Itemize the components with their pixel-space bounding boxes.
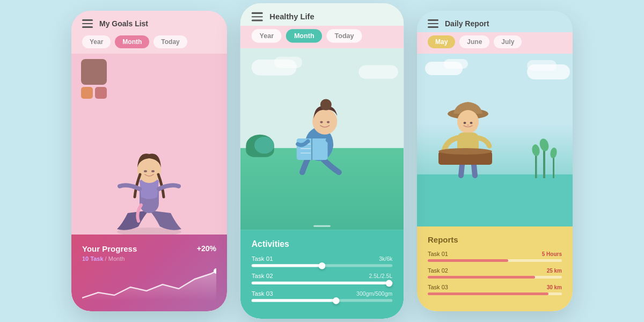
phone3-tabs: May June July — [417, 32, 573, 54]
svg-point-25 — [470, 122, 473, 124]
menu-icon-p2[interactable] — [252, 12, 263, 21]
svg-point-10 — [327, 121, 330, 123]
phone1-title: My Goals List — [99, 19, 148, 28]
reports-label: Reports — [428, 235, 562, 244]
menu-icon[interactable] — [82, 19, 93, 28]
svg-point-30 — [438, 148, 492, 155]
svg-point-9 — [320, 121, 323, 123]
activity-row-2: Task 02 2.5L/2.5L — [252, 273, 393, 284]
phone2-title: Healthy Life — [269, 12, 314, 21]
activity-row-3: Task 03 300gm/500gm — [252, 290, 393, 302]
phone2-tabs: Year Month Today — [240, 26, 404, 48]
phone3-title: Daily Report — [445, 19, 489, 28]
svg-point-8 — [320, 99, 332, 111]
phone2-image — [240, 48, 404, 230]
color-squares — [81, 59, 107, 99]
phone1-progress-panel: Your Progress 10 Task / Month +20% — [71, 235, 227, 311]
svg-point-23 — [457, 110, 479, 134]
phone3-reports-panel: Reports Task 01 5 Hours Task 02 25 km Ta… — [417, 226, 573, 311]
activities-label: Activities — [252, 239, 393, 248]
report-row-2: Task 02 25 km — [428, 267, 562, 279]
tab-today-p2[interactable]: Today — [327, 29, 362, 42]
tab-july[interactable]: July — [494, 35, 522, 48]
tab-month-p1[interactable]: Month — [115, 35, 149, 48]
phone2-activities-panel: Activities Task 01 3k/6k Task 02 2.5L/2.… — [240, 230, 404, 319]
yoga-illustration — [96, 116, 203, 235]
phone1-header: My Goals List — [71, 11, 227, 32]
menu-icon-p3[interactable] — [428, 19, 438, 28]
reading-illustration — [274, 85, 370, 175]
corn-plants — [527, 135, 565, 178]
activity-row-1: Task 01 3k/6k — [252, 255, 393, 267]
svg-point-19 — [531, 144, 541, 157]
phone1-image — [71, 54, 227, 235]
line-chart — [82, 268, 216, 301]
farmer-illustration — [428, 92, 508, 178]
svg-point-4 — [151, 170, 155, 172]
phone-healthy: Healthy Life Year Month Today — [240, 3, 404, 319]
phone1-tabs: Year Month Today — [71, 32, 227, 54]
tab-today-p1[interactable]: Today — [153, 35, 187, 48]
svg-point-21 — [550, 147, 558, 159]
progress-percent: +20% — [197, 244, 216, 253]
progress-label: Your Progress — [82, 244, 216, 253]
tab-month-p2[interactable]: Month — [286, 29, 322, 42]
phones-container: My Goals List Year Month Today — [0, 0, 644, 322]
phone3-image — [417, 54, 573, 226]
phone-report: Daily Report May June July — [417, 11, 573, 311]
tab-year-p1[interactable]: Year — [82, 35, 111, 48]
svg-point-17 — [538, 137, 550, 152]
svg-point-24 — [464, 122, 466, 124]
svg-point-3 — [144, 170, 147, 172]
tab-year-p2[interactable]: Year — [252, 29, 282, 42]
phone2-header: Healthy Life — [240, 3, 404, 26]
svg-point-26 — [467, 124, 469, 126]
report-row-1: Task 01 5 Hours — [428, 251, 562, 262]
progress-sub: 10 Task / Month — [82, 255, 216, 262]
phone-goals: My Goals List Year Month Today — [71, 11, 227, 311]
tab-may[interactable]: May — [428, 35, 455, 48]
report-row-3: Task 03 30 km — [428, 284, 562, 295]
phone3-header: Daily Report — [417, 11, 573, 32]
tab-june[interactable]: June — [459, 35, 489, 48]
